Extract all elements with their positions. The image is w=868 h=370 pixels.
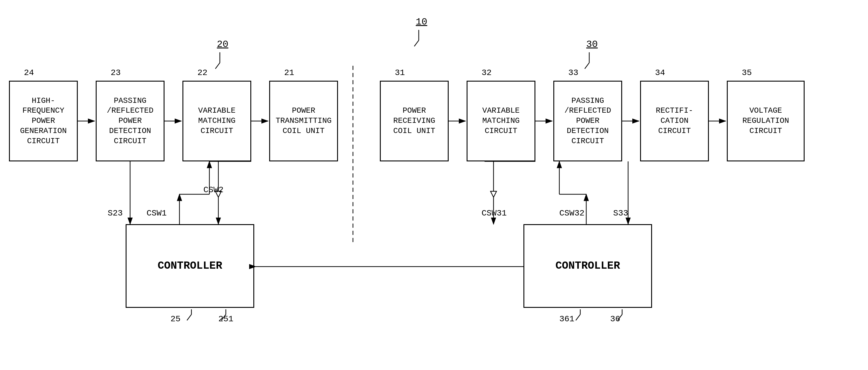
diagram-svg: [0, 0, 868, 370]
label-25: 25: [170, 314, 181, 324]
block-22: VARIABLEMATCHINGCIRCUIT: [182, 81, 251, 161]
svg-marker-26: [491, 191, 497, 197]
block-34: RECTIFI-CATIONCIRCUIT: [640, 81, 709, 161]
block-35: VOLTAGEREGULATIONCIRCUIT: [727, 81, 805, 161]
label-22: 22: [197, 68, 208, 77]
label-32: 32: [482, 68, 492, 77]
label-s33: S33: [613, 209, 628, 218]
label-csw2: CSW2: [204, 185, 223, 195]
svg-line-36: [187, 314, 191, 321]
label-csw31: CSW31: [482, 209, 507, 218]
label-csw1: CSW1: [147, 209, 166, 218]
block-21: POWERTRANSMITTINGCOIL UNIT: [269, 81, 338, 161]
label-36: 36: [610, 314, 620, 324]
label-251: 251: [218, 314, 233, 324]
svg-line-5: [414, 40, 419, 46]
block-23: PASSING/REFLECTEDPOWERDETECTIONCIRCUIT: [96, 81, 164, 161]
label-361: 361: [559, 314, 574, 324]
diagram-container: 10 20 30 HIGH-FREQUENCYPOWERGENERATIONCI…: [0, 0, 868, 370]
label-33: 33: [568, 68, 579, 77]
controller-36: CONTROLLER: [523, 224, 652, 308]
label-31: 31: [395, 68, 405, 77]
label-30: 30: [586, 39, 598, 50]
label-24: 24: [24, 68, 34, 77]
label-20: 20: [217, 39, 228, 50]
svg-line-7: [215, 63, 220, 69]
main-title-label: 10: [416, 16, 427, 28]
label-s23: S23: [108, 209, 123, 218]
label-34: 34: [655, 68, 665, 77]
svg-line-9: [585, 63, 589, 69]
block-32: VARIABLEMATCHINGCIRCUIT: [467, 81, 535, 161]
label-35: 35: [742, 68, 752, 77]
svg-line-40: [576, 314, 580, 321]
label-23: 23: [111, 68, 121, 77]
label-21: 21: [284, 68, 294, 77]
controller-25: CONTROLLER: [126, 224, 254, 308]
block-24: HIGH-FREQUENCYPOWERGENERATIONCIRCUIT: [9, 81, 78, 161]
label-csw32: CSW32: [559, 209, 584, 218]
block-31: POWERRECEIVINGCOIL UNIT: [380, 81, 448, 161]
block-33: PASSING/REFLECTEDPOWERDETECTIONCIRCUIT: [553, 81, 622, 161]
